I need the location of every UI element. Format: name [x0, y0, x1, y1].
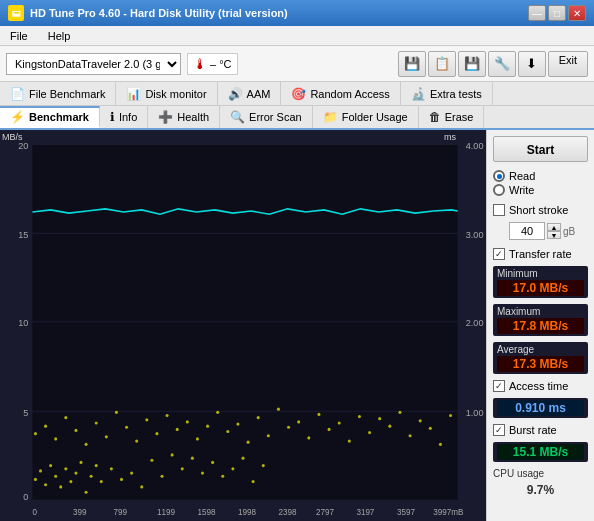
svg-point-14 — [44, 425, 47, 428]
title-text: HD Tune Pro 4.60 - Hard Disk Utility (tr… — [30, 7, 288, 19]
svg-text:3.00: 3.00 — [466, 229, 484, 239]
tab-file-benchmark[interactable]: 📄 File Benchmark — [0, 82, 116, 105]
svg-text:3997mB: 3997mB — [433, 506, 464, 516]
svg-point-24 — [145, 418, 148, 421]
svg-point-65 — [85, 491, 88, 494]
main-content: MB/s ms trial version 20 15 10 5 0 4.00 … — [0, 130, 594, 521]
minimum-value: 17.0 MB/s — [497, 280, 584, 296]
exit-button[interactable]: Exit — [548, 51, 588, 77]
transfer-rate-check — [493, 248, 505, 260]
tab-random-access[interactable]: 🎯 Random Access — [281, 82, 400, 105]
tab-info[interactable]: ℹ Info — [100, 106, 148, 128]
short-stroke-check — [493, 204, 505, 216]
toolbar-btn-4[interactable]: 🔧 — [488, 51, 516, 77]
svg-point-72 — [140, 485, 143, 488]
tab-disk-monitor[interactable]: 📊 Disk monitor — [116, 82, 217, 105]
tab-aam[interactable]: 🔊 AAM — [218, 82, 282, 105]
svg-point-42 — [328, 428, 331, 431]
svg-point-68 — [100, 480, 103, 483]
svg-point-13 — [34, 432, 37, 435]
radio-read[interactable]: Read — [493, 170, 588, 182]
svg-point-49 — [398, 411, 401, 414]
tab-erase[interactable]: 🗑 Erase — [419, 106, 485, 128]
svg-point-82 — [241, 457, 244, 460]
svg-point-81 — [231, 467, 234, 470]
svg-text:1598: 1598 — [197, 506, 215, 516]
access-time-check — [493, 380, 505, 392]
minimum-stat: Minimum 17.0 MB/s — [493, 266, 588, 298]
svg-point-79 — [211, 461, 214, 464]
svg-point-29 — [196, 437, 199, 440]
tabs-row1: 📄 File Benchmark 📊 Disk monitor 🔊 AAM 🎯 … — [0, 82, 594, 106]
svg-point-80 — [221, 475, 224, 478]
svg-point-53 — [439, 443, 442, 446]
svg-point-32 — [226, 430, 229, 433]
svg-point-34 — [247, 441, 250, 444]
svg-text:0: 0 — [32, 506, 37, 516]
short-stroke-checkbox[interactable]: Short stroke — [493, 204, 588, 216]
maximize-button[interactable]: □ — [548, 5, 566, 21]
tab-error-scan[interactable]: 🔍 Error Scan — [220, 106, 313, 128]
chart-svg: 20 15 10 5 0 4.00 3.00 2.00 1.00 — [0, 130, 486, 521]
average-stat: Average 17.3 MB/s — [493, 342, 588, 374]
svg-text:20: 20 — [18, 141, 28, 151]
toolbar: KingstonDataTraveler 2.0 (3 gB) 🌡 – °C 💾… — [0, 46, 594, 82]
menu-file[interactable]: File — [6, 30, 32, 42]
svg-text:1998: 1998 — [238, 506, 256, 516]
temperature-value: – °C — [210, 58, 232, 70]
file-benchmark-icon: 📄 — [10, 87, 25, 101]
tab-extra-tests[interactable]: 🔬 Extra tests — [401, 82, 493, 105]
svg-point-71 — [130, 471, 133, 474]
radio-write-dot — [493, 184, 505, 196]
access-time-checkbox[interactable]: Access time — [493, 380, 588, 392]
svg-point-18 — [85, 443, 88, 446]
minimize-button[interactable]: — — [528, 5, 546, 21]
burst-rate-checkbox[interactable]: Burst rate — [493, 424, 588, 436]
svg-point-46 — [368, 431, 371, 434]
svg-point-77 — [191, 457, 194, 460]
toolbar-btn-5[interactable]: ⬇ — [518, 51, 546, 77]
radio-write[interactable]: Write — [493, 184, 588, 196]
svg-point-74 — [160, 475, 163, 478]
drive-select[interactable]: KingstonDataTraveler 2.0 (3 gB) — [6, 53, 181, 75]
svg-text:2797: 2797 — [316, 506, 334, 516]
toolbar-btn-1[interactable]: 💾 — [398, 51, 426, 77]
svg-point-83 — [252, 480, 255, 483]
svg-point-26 — [166, 414, 169, 417]
toolbar-btn-2[interactable]: 📋 — [428, 51, 456, 77]
svg-point-15 — [54, 437, 57, 440]
start-button[interactable]: Start — [493, 136, 588, 162]
disk-monitor-icon: 📊 — [126, 87, 141, 101]
read-write-group: Read Write — [493, 170, 588, 196]
svg-point-33 — [236, 422, 239, 425]
toolbar-icons: 💾 📋 💾 🔧 ⬇ Exit — [398, 51, 588, 77]
svg-point-48 — [388, 425, 391, 428]
tab-folder-usage[interactable]: 📁 Folder Usage — [313, 106, 419, 128]
svg-point-43 — [338, 421, 341, 424]
svg-point-70 — [120, 478, 123, 481]
toolbar-btn-3[interactable]: 💾 — [458, 51, 486, 77]
svg-point-59 — [54, 475, 57, 478]
svg-point-54 — [449, 414, 452, 417]
svg-text:399: 399 — [73, 506, 87, 516]
close-button[interactable]: ✕ — [568, 5, 586, 21]
spinbox-down[interactable]: ▼ — [547, 231, 561, 239]
svg-point-17 — [74, 429, 77, 432]
tab-health[interactable]: ➕ Health — [148, 106, 220, 128]
svg-point-73 — [150, 459, 153, 462]
maximum-value: 17.8 MB/s — [497, 318, 584, 334]
svg-point-63 — [74, 471, 77, 474]
burst-rate-check — [493, 424, 505, 436]
transfer-rate-checkbox[interactable]: Transfer rate — [493, 248, 588, 260]
svg-point-38 — [287, 426, 290, 429]
short-stroke-input[interactable] — [509, 222, 545, 240]
tab-benchmark[interactable]: ⚡ Benchmark — [0, 106, 100, 128]
svg-point-37 — [277, 408, 280, 411]
erase-icon: 🗑 — [429, 110, 441, 124]
thermometer-icon: 🌡 — [193, 56, 207, 72]
spinbox-up[interactable]: ▲ — [547, 223, 561, 231]
access-time-value: 0.910 ms — [497, 400, 584, 416]
average-value: 17.3 MB/s — [497, 356, 584, 372]
menu-help[interactable]: Help — [44, 30, 75, 42]
svg-point-23 — [135, 439, 138, 442]
